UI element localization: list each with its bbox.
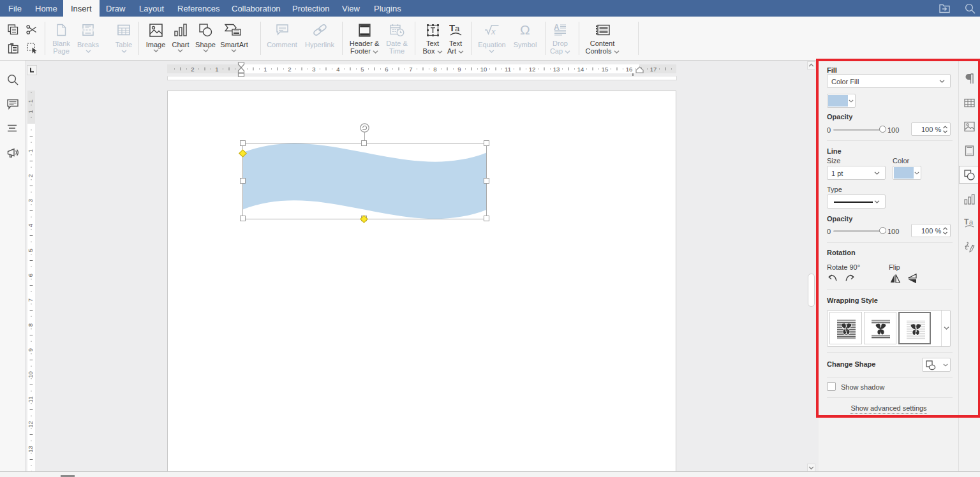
svg-text:1: 1 [27,149,34,152]
svg-text:5: 5 [360,66,364,73]
svg-text:a: a [455,24,460,33]
svg-text:13: 13 [27,446,34,453]
svg-text:Ω: Ω [520,23,530,37]
svg-text:4: 4 [27,224,34,227]
svg-text:3: 3 [27,199,34,202]
svg-text:14: 14 [577,66,584,73]
svg-text:11: 11 [505,66,511,73]
svg-text:13: 13 [553,66,560,73]
svg-text:6: 6 [27,274,34,277]
svg-text:16: 16 [626,66,633,73]
svg-text:2: 2 [27,174,34,177]
svg-text:10: 10 [27,371,34,378]
svg-text:2: 2 [191,66,194,73]
svg-text:1: 1 [27,99,34,103]
svg-text:4: 4 [336,66,339,73]
svg-text:a: a [969,218,974,226]
svg-text:11: 11 [27,397,34,403]
svg-text:1: 1 [264,66,267,73]
svg-text:9: 9 [27,348,34,351]
svg-text:x: x [491,26,496,36]
svg-text:5: 5 [27,249,34,252]
svg-text:10: 10 [480,66,487,73]
svg-text:8: 8 [27,323,34,327]
svg-text:1: 1 [215,66,218,73]
svg-text:T: T [449,23,455,33]
svg-text:8: 8 [433,66,436,73]
svg-text:12: 12 [27,421,34,428]
svg-text:17: 17 [650,66,657,73]
svg-text:2: 2 [288,66,291,73]
svg-text:7: 7 [27,298,34,302]
svg-text:15: 15 [602,66,609,73]
svg-text:T: T [964,217,969,226]
svg-text:6: 6 [385,66,388,73]
svg-text:12: 12 [529,66,536,73]
svg-text:3: 3 [312,66,315,73]
svg-text:7: 7 [409,66,412,73]
svg-text:9: 9 [457,66,461,73]
